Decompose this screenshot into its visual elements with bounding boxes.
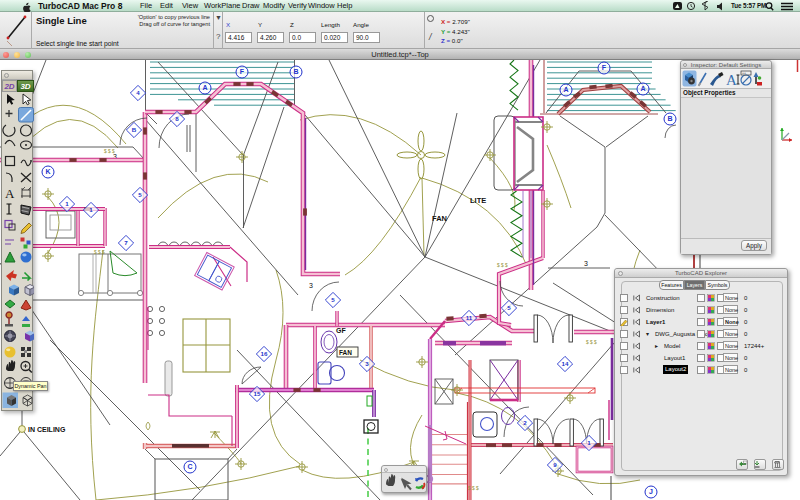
svg-text:1: 1 bbox=[587, 439, 591, 446]
svg-text:A: A bbox=[640, 85, 645, 92]
svg-text:1: 1 bbox=[65, 200, 69, 207]
svg-text:$ $ $: $ $ $ bbox=[497, 263, 508, 268]
svg-text:3: 3 bbox=[584, 260, 588, 267]
svg-text:B: B bbox=[132, 126, 137, 133]
svg-text:$ $ $: $ $ $ bbox=[468, 486, 479, 491]
svg-text:C: C bbox=[187, 463, 192, 470]
svg-text:B: B bbox=[293, 68, 298, 75]
svg-text:7: 7 bbox=[124, 239, 128, 246]
svg-text:3: 3 bbox=[309, 282, 313, 289]
svg-text:$ $ $: $ $ $ bbox=[94, 250, 105, 255]
svg-text:11: 11 bbox=[466, 314, 473, 321]
svg-text:14: 14 bbox=[562, 360, 569, 367]
svg-text:J: J bbox=[649, 488, 653, 495]
svg-text:F: F bbox=[602, 64, 607, 71]
svg-text:F: F bbox=[240, 68, 245, 75]
svg-text:++: ++ bbox=[742, 71, 746, 75]
svg-text:A: A bbox=[5, 186, 15, 201]
svg-text:9: 9 bbox=[553, 461, 557, 468]
svg-text:$ $ $: $ $ $ bbox=[104, 149, 115, 154]
svg-text:GF: GF bbox=[336, 327, 346, 334]
svg-text:5: 5 bbox=[138, 191, 142, 198]
svg-text:16: 16 bbox=[261, 350, 268, 357]
svg-text:5: 5 bbox=[331, 296, 335, 303]
svg-text:4: 4 bbox=[136, 89, 140, 96]
svg-text:B: B bbox=[667, 115, 672, 122]
svg-text:A: A bbox=[563, 86, 568, 93]
svg-text:IN CEILING: IN CEILING bbox=[28, 426, 66, 433]
svg-text:A: A bbox=[202, 84, 207, 91]
svg-text:3: 3 bbox=[365, 360, 369, 367]
svg-text:1: 1 bbox=[89, 206, 93, 213]
svg-text:K: K bbox=[45, 168, 50, 175]
svg-text:A: A bbox=[726, 72, 737, 88]
svg-text:LITE: LITE bbox=[470, 196, 486, 205]
svg-text:FAN: FAN bbox=[339, 349, 352, 356]
svg-text:2: 2 bbox=[523, 419, 527, 426]
svg-text:15: 15 bbox=[254, 390, 261, 397]
svg-text:$ $ $: $ $ $ bbox=[586, 340, 597, 345]
svg-text:FAN: FAN bbox=[432, 214, 447, 223]
svg-text:5: 5 bbox=[507, 304, 511, 311]
svg-text:8: 8 bbox=[175, 115, 179, 122]
